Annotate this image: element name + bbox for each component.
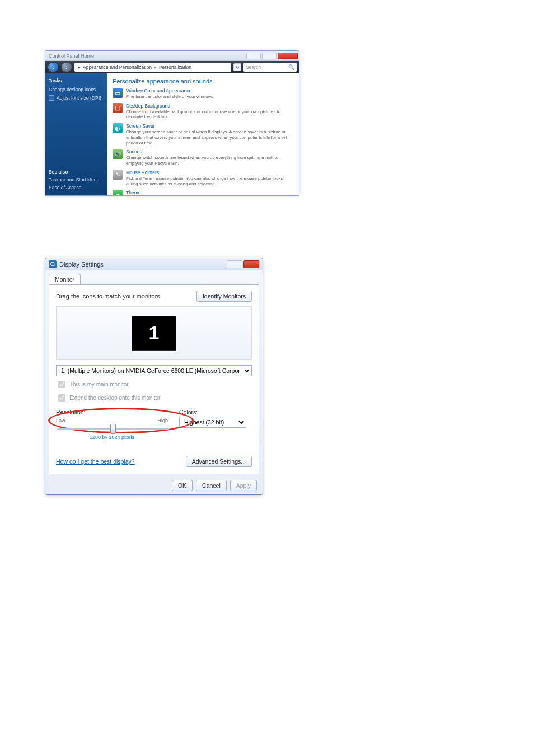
maximize-button[interactable] xyxy=(262,53,277,59)
sidebar-header: Tasks xyxy=(49,78,104,83)
main-monitor-label: This is my main monitor xyxy=(69,381,129,388)
apply-button: Apply xyxy=(230,480,257,491)
item-theme: ✦ Theme Change the theme. Themes can cha… xyxy=(113,190,293,195)
item-mouse-pointers: ↖ Mouse Pointers Pick a different mouse … xyxy=(113,170,293,186)
resolution-readout: 1280 by 1024 pixels xyxy=(56,435,168,440)
search-input[interactable]: Search 🔍 xyxy=(243,63,297,72)
link-desktop-background[interactable]: Desktop Background xyxy=(126,103,293,109)
monitor-select[interactable]: 1. (Multiple Monitors) on NVIDIA GeForce… xyxy=(56,365,252,376)
desc-window-color: Fine tune the color and style of your wi… xyxy=(126,94,214,100)
monitor-icon-1[interactable]: 1 xyxy=(132,316,176,351)
see-also-ease-of-access[interactable]: Ease of Access xyxy=(49,185,104,191)
sounds-icon: 🔊 xyxy=(113,149,123,159)
see-also-header: See also xyxy=(49,164,104,175)
resolution-high-label: High xyxy=(157,418,168,423)
extend-desktop-label: Extend the desktop onto this monitor xyxy=(69,395,160,401)
item-screen-saver: ◐ Screen Saver Change your screen saver … xyxy=(113,123,293,146)
shield-icon xyxy=(49,95,54,101)
link-screen-saver[interactable]: Screen Saver xyxy=(126,123,293,129)
item-desktop-background: ▢ Desktop Background Choose from availab… xyxy=(113,103,293,120)
page-heading: Personalize appearance and sounds xyxy=(113,78,293,85)
help-button[interactable] xyxy=(227,260,242,268)
dialog-footer: OK Cancel Apply xyxy=(45,478,263,491)
resolution-low-label: Low xyxy=(56,418,65,423)
tab-strip: Monitor xyxy=(45,270,263,284)
desc-desktop-background: Choose from available backgrounds or col… xyxy=(126,109,293,120)
ok-button[interactable]: OK xyxy=(172,480,193,491)
window-title-caption: Control Panel Home xyxy=(49,53,94,59)
item-window-color: ▭ Window Color and Appearance Fine tune … xyxy=(113,88,293,100)
tasks-sidebar: Tasks Change desktop icons Adjust font s… xyxy=(45,73,107,195)
desc-screen-saver: Change your screen saver or adjust when … xyxy=(126,129,293,146)
refresh-button[interactable]: ↻ xyxy=(233,63,241,71)
advanced-settings-button[interactable]: Advanced Settings... xyxy=(186,456,252,467)
personalization-window: Control Panel Home ‹ › ▸ Appearance and … xyxy=(45,50,299,196)
close-button[interactable] xyxy=(278,53,298,59)
desc-sounds: Change which sounds are heard when you d… xyxy=(126,155,293,166)
item-sounds: 🔊 Sounds Change which sounds are heard w… xyxy=(113,149,293,166)
main-content: Personalize appearance and sounds ▭ Wind… xyxy=(107,73,299,195)
link-window-color[interactable]: Window Color and Appearance xyxy=(126,88,214,94)
extend-desktop-checkbox: Extend the desktop onto this monitor xyxy=(56,393,252,403)
window-title: Display Settings xyxy=(59,261,104,268)
minimize-button[interactable] xyxy=(246,53,261,59)
main-monitor-checkbox: This is my main monitor xyxy=(56,379,252,390)
theme-icon: ✦ xyxy=(113,190,123,195)
see-also-taskbar[interactable]: Taskbar and Start Menu xyxy=(49,177,104,183)
identify-monitors-button[interactable]: Identify Monitors xyxy=(196,291,252,302)
tab-monitor[interactable]: Monitor xyxy=(49,274,81,284)
resolution-slider[interactable] xyxy=(57,424,169,433)
navigation-bar: ‹ › ▸ Appearance and Personalization ▸ P… xyxy=(45,61,299,73)
colors-select[interactable]: Highest (32 bit) xyxy=(179,417,246,428)
colors-label: Colors: xyxy=(179,409,252,416)
display-settings-title-icon: 🖵 xyxy=(49,260,57,268)
screen-saver-icon: ◐ xyxy=(113,123,123,133)
close-button[interactable] xyxy=(243,260,259,268)
forward-button[interactable]: › xyxy=(61,62,72,72)
display-settings-window: 🖵 Display Settings Monitor Drag the icon… xyxy=(45,258,263,495)
drag-instruction: Drag the icons to match your monitors. xyxy=(56,293,162,300)
sidebar-item-adjust-font-size[interactable]: Adjust font size (DPI) xyxy=(57,95,101,101)
extend-desktop-checkbox-input xyxy=(58,394,65,402)
cancel-button[interactable]: Cancel xyxy=(196,480,227,491)
link-mouse-pointers[interactable]: Mouse Pointers xyxy=(126,170,293,175)
resolution-label: Resolution: xyxy=(56,409,168,416)
window-titlebar[interactable]: Control Panel Home xyxy=(45,51,299,61)
link-theme[interactable]: Theme xyxy=(126,190,293,195)
window-titlebar[interactable]: 🖵 Display Settings xyxy=(45,258,263,270)
mouse-pointers-icon: ↖ xyxy=(113,170,123,180)
main-monitor-checkbox-input xyxy=(58,381,65,388)
link-sounds[interactable]: Sounds xyxy=(126,149,293,155)
search-placeholder: Search xyxy=(246,64,261,70)
back-button[interactable]: ‹ xyxy=(48,62,59,72)
desktop-background-icon: ▢ xyxy=(113,103,123,113)
breadcrumb[interactable]: ▸ Appearance and Personalization ▸ Perso… xyxy=(74,63,231,72)
breadcrumb-segment[interactable]: Appearance and Personalization xyxy=(83,64,152,70)
window-color-icon: ▭ xyxy=(113,88,123,98)
desc-mouse-pointers: Pick a different mouse pointer. You can … xyxy=(126,176,293,186)
sidebar-item-change-desktop-icons[interactable]: Change desktop icons xyxy=(49,87,96,93)
breadcrumb-segment[interactable]: Personalization xyxy=(159,64,191,70)
monitor-tab-panel: Drag the icons to match your monitors. I… xyxy=(49,284,259,474)
help-link-best-display[interactable]: How do I get the best display? xyxy=(56,458,135,465)
monitor-arrangement-area[interactable]: 1 xyxy=(56,306,252,360)
search-icon: 🔍 xyxy=(288,64,294,70)
